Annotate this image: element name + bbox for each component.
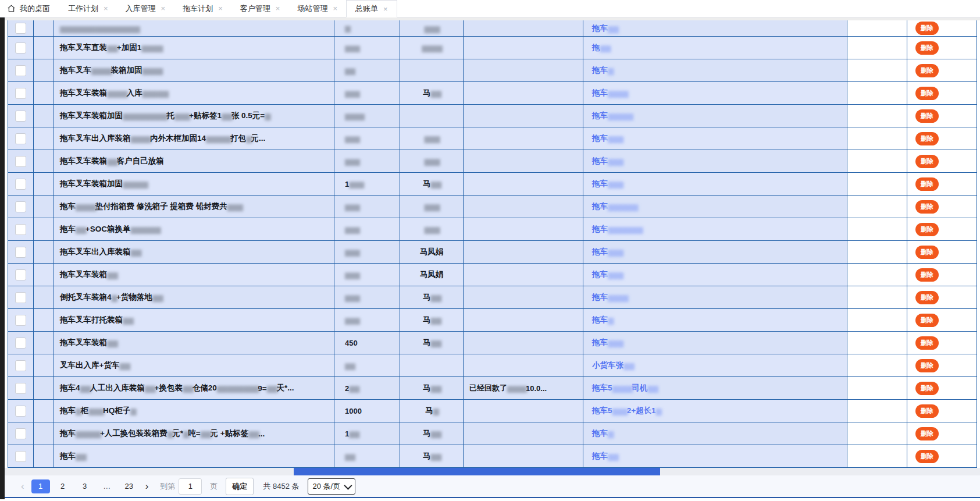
- action-cell: 删除: [907, 59, 977, 82]
- delete-button[interactable]: 删除: [915, 382, 939, 395]
- confirm-button[interactable]: 确定: [226, 478, 254, 495]
- row-checkbox[interactable]: [15, 315, 26, 326]
- action-cell: 删除: [907, 332, 977, 354]
- row-checkbox[interactable]: [15, 247, 26, 258]
- delete-button[interactable]: 删除: [915, 41, 939, 55]
- close-tab-icon[interactable]: ×: [383, 5, 388, 13]
- row-checkbox[interactable]: [15, 337, 26, 349]
- table-row: 拖车叉车▆▆▆▆装箱加固▆▆▆▆ ▆▆ 拖车▆ 删除: [8, 59, 977, 82]
- page-size-select[interactable]: 20 条/页: [308, 478, 356, 495]
- trailer-link[interactable]: 拖车▆: [583, 59, 847, 82]
- trailer-link[interactable]: 拖车▆▆▆▆: [583, 82, 847, 105]
- close-tab-icon[interactable]: ×: [104, 5, 108, 12]
- delete-button[interactable]: 删除: [915, 132, 939, 145]
- row-checkbox[interactable]: [15, 224, 26, 235]
- trailer-link[interactable]: 拖车▆▆▆▆▆▆: [583, 196, 847, 218]
- delete-button[interactable]: 删除: [915, 64, 939, 77]
- spacer-cell: [34, 82, 54, 105]
- row-checkbox[interactable]: [15, 156, 26, 167]
- trailer-link[interactable]: 拖车▆▆▆: [583, 332, 847, 354]
- delete-button[interactable]: 删除: [915, 109, 939, 123]
- delete-button[interactable]: 删除: [915, 268, 939, 282]
- trailer-link[interactable]: 拖车▆▆: [583, 20, 847, 37]
- trailer-link[interactable]: 拖▆▆: [583, 37, 847, 59]
- delete-button[interactable]: 删除: [915, 291, 939, 304]
- delete-button[interactable]: 删除: [915, 359, 939, 372]
- delete-button[interactable]: 删除: [915, 200, 939, 214]
- row-checkbox[interactable]: [15, 201, 26, 212]
- row-checkbox[interactable]: [15, 111, 26, 122]
- row-checkbox[interactable]: [15, 292, 26, 303]
- delete-button[interactable]: 删除: [915, 336, 939, 350]
- trailer-link[interactable]: 拖车▆: [583, 309, 847, 332]
- delete-button[interactable]: 删除: [915, 223, 939, 236]
- trailer-link[interactable]: 拖车▆▆▆: [583, 127, 847, 150]
- action-cell: 删除: [907, 286, 977, 309]
- tab-1[interactable]: 工作计划×: [59, 0, 117, 17]
- delete-button[interactable]: 删除: [915, 246, 939, 259]
- tab-2[interactable]: 入库管理×: [117, 0, 174, 17]
- trailer-link[interactable]: 拖车▆▆: [583, 445, 847, 468]
- jump-page-input[interactable]: [179, 478, 202, 495]
- trailer-link[interactable]: 拖车▆▆▆▆▆▆▆: [583, 218, 847, 241]
- delete-button[interactable]: 删除: [915, 450, 939, 463]
- redacted-text: ▆▆▆: [88, 406, 103, 415]
- delete-button[interactable]: 删除: [915, 427, 939, 440]
- trailer-link[interactable]: 拖车▆▆▆: [583, 173, 847, 196]
- trailer-link[interactable]: 拖车5▆▆▆2+超长1▆: [583, 400, 847, 422]
- close-tab-icon[interactable]: ×: [276, 5, 280, 12]
- row-checkbox[interactable]: [15, 360, 26, 371]
- redacted-text: ▆▆: [430, 315, 440, 325]
- prev-page-button[interactable]: ‹: [17, 481, 28, 492]
- row-checkbox[interactable]: [15, 179, 26, 190]
- row-checkbox[interactable]: [15, 23, 26, 34]
- trailer-link[interactable]: 拖车5▆▆▆▆司机▆▆: [583, 377, 847, 400]
- action-cell: 删除: [907, 196, 977, 218]
- row-checkbox[interactable]: [15, 65, 26, 76]
- tab-3[interactable]: 拖车计划×: [174, 0, 231, 17]
- redacted-text: ▆▆▆▆: [131, 134, 151, 143]
- row-checkbox[interactable]: [15, 428, 26, 439]
- trailer-link[interactable]: 拖车▆▆▆: [583, 264, 847, 286]
- delete-button[interactable]: 删除: [915, 22, 939, 35]
- trailer-link[interactable]: 拖车▆▆▆▆▆: [583, 105, 847, 127]
- delete-button[interactable]: 删除: [915, 314, 939, 327]
- redacted-text: ▆▆: [183, 383, 193, 393]
- tab-6[interactable]: 总账单×: [346, 0, 397, 17]
- spacer-cell: [34, 150, 54, 173]
- close-tab-icon[interactable]: ×: [333, 5, 337, 12]
- row-checkbox[interactable]: [15, 383, 26, 394]
- horizontal-scrollbar-thumb[interactable]: [294, 468, 660, 475]
- horizontal-scrollbar-track[interactable]: [5, 468, 980, 475]
- next-page-button[interactable]: ›: [142, 481, 152, 492]
- page-button-23[interactable]: 23: [120, 479, 138, 493]
- amount-cell: 1000: [334, 400, 400, 422]
- tab-home[interactable]: 我的桌面: [0, 0, 59, 17]
- delete-button[interactable]: 删除: [915, 87, 939, 100]
- trailer-link[interactable]: 小货车张▆▆: [583, 354, 847, 377]
- page-button-2[interactable]: 2: [54, 479, 72, 493]
- trailer-link[interactable]: 拖车▆: [583, 422, 847, 445]
- amount-cell: ▆▆▆: [334, 82, 400, 105]
- row-checkbox[interactable]: [15, 42, 26, 54]
- page-button-3[interactable]: 3: [76, 479, 94, 493]
- tab-5[interactable]: 场站管理×: [288, 0, 346, 17]
- redacted-text: ▆▆▆▆: [91, 66, 111, 75]
- row-checkbox[interactable]: [15, 269, 26, 280]
- redacted-text: ▆: [608, 66, 612, 75]
- page-button-1[interactable]: 1: [31, 479, 50, 493]
- redacted-text: ▆▆: [345, 66, 354, 75]
- trailer-link[interactable]: 拖车▆▆▆▆: [583, 286, 847, 309]
- row-checkbox[interactable]: [15, 451, 26, 462]
- delete-button[interactable]: 删除: [915, 404, 939, 418]
- trailer-link[interactable]: 拖车▆▆▆: [583, 241, 847, 264]
- close-tab-icon[interactable]: ×: [161, 5, 166, 12]
- row-checkbox[interactable]: [15, 133, 26, 144]
- tab-4[interactable]: 客户管理×: [231, 0, 289, 17]
- close-tab-icon[interactable]: ×: [218, 5, 223, 12]
- delete-button[interactable]: 删除: [915, 177, 939, 191]
- delete-button[interactable]: 删除: [915, 155, 939, 168]
- row-checkbox[interactable]: [15, 88, 26, 99]
- trailer-link[interactable]: 拖车▆▆▆: [583, 150, 847, 173]
- row-checkbox[interactable]: [15, 406, 26, 417]
